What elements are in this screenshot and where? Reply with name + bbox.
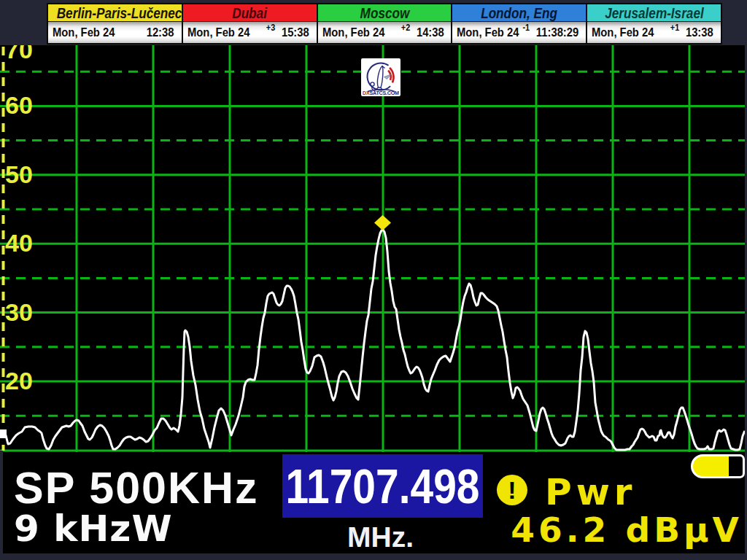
clock-time-group: +113:38 <box>670 22 713 44</box>
clock-city-label: Jerusalem-Israel <box>587 4 721 22</box>
clock-time-group: -111:38:29 <box>522 22 578 44</box>
analyzer-screen: 706050403020 SP 500KHz 9 kHzW 11707.498 … <box>0 45 745 553</box>
clock-cell-1[interactable]: Berlin-Paris-LučenecMon, Feb 2412:38 <box>48 4 183 43</box>
power-value: 46.2 dBµV <box>511 510 743 550</box>
bandwidth-readout: 9 kHzW <box>14 508 173 550</box>
clock-city-text: Berlin-Paris-Lučenec <box>57 4 182 22</box>
clock-city-label: Dubai <box>183 4 317 22</box>
clock-time-group: +315:38 <box>266 22 309 44</box>
logo-text-dx: DX <box>363 90 370 96</box>
trace-start-marker <box>0 429 7 438</box>
world-clock-bar: Berlin-Paris-LučenecMon, Feb 2412:38Duba… <box>47 3 722 44</box>
clock-utc-offset: +3 <box>266 23 275 33</box>
clock-time-group: +214:38 <box>400 22 444 44</box>
span-readout: SP 500KHz <box>14 462 259 513</box>
y-axis-label: 40 <box>5 229 33 257</box>
clock-city-label: London, Eng <box>452 4 586 22</box>
peak-marker-diamond[interactable] <box>374 215 391 230</box>
clock-date: Mon, Feb 24 <box>187 22 249 44</box>
clock-datetime: Mon, Feb 24+113:38 <box>587 22 721 43</box>
clock-date: Mon, Feb 24 <box>592 22 654 44</box>
clock-city-text: London, Eng <box>481 4 557 22</box>
clock-utc-offset: +2 <box>400 23 409 33</box>
frequency-unit-label: MHz. <box>280 521 481 553</box>
power-toggle-indicator[interactable] <box>691 454 745 478</box>
dxsatcs-logo: DXSATCS.COM <box>361 58 400 96</box>
y-axis-label: 30 <box>5 298 33 326</box>
clock-utc-offset: +1 <box>670 23 679 33</box>
clock-datetime: Mon, Feb 24+214:38 <box>318 22 452 43</box>
clock-date: Mon, Feb 24 <box>457 22 519 44</box>
panel-left-edge <box>0 451 3 553</box>
warning-icon: ! <box>497 475 527 505</box>
clock-date: Mon, Feb 24 <box>322 22 384 44</box>
frequency-value: 11707.498 <box>285 458 479 514</box>
clock-cell-4[interactable]: London, EngMon, Feb 24-111:38:29 <box>452 4 587 43</box>
clock-city-text: Jerusalem-Israel <box>605 4 703 22</box>
y-axis-label: 70 <box>5 45 33 63</box>
clock-cell-2[interactable]: DubaiMon, Feb 24+315:38 <box>183 4 318 43</box>
y-axis-label: 50 <box>5 160 33 188</box>
spectrum-plot: 706050403020 <box>0 45 745 454</box>
clock-city-label: Berlin-Paris-Lučenec <box>48 4 182 22</box>
clock-time: 12:38 <box>147 26 174 40</box>
y-axis-label: 60 <box>5 91 33 119</box>
clock-datetime: Mon, Feb 2412:38 <box>48 22 182 43</box>
clock-datetime: Mon, Feb 24-111:38:29 <box>452 22 586 43</box>
clock-cell-3[interactable]: MoscowMon, Feb 24+214:38 <box>318 4 453 43</box>
clock-utc-offset: -1 <box>522 23 530 33</box>
frequency-display-box[interactable]: 11707.498 <box>282 454 483 518</box>
page: { "palette": { "page_background": "#2426… <box>0 0 747 560</box>
clock-time-group: 12:38 <box>147 22 174 44</box>
warning-glyph: ! <box>508 476 516 505</box>
clock-city-text: Dubai <box>232 4 267 22</box>
clock-time: 14:38 <box>417 26 444 40</box>
svg-text:DXSATCS.COM: DXSATCS.COM <box>363 90 399 96</box>
clock-city-text: Moscow <box>360 4 409 22</box>
clock-date: Mon, Feb 24 <box>53 22 115 44</box>
power-label: Pwr <box>545 471 637 513</box>
clock-time: 11:38:29 <box>536 26 578 40</box>
y-axis-label: 20 <box>5 367 33 394</box>
clock-time: 13:38 <box>686 26 713 40</box>
clock-city-label: Moscow <box>318 4 452 22</box>
clock-cell-5[interactable]: Jerusalem-IsraelMon, Feb 24+113:38 <box>587 4 721 43</box>
dxsatcs-logo-graphic: DXSATCS.COM <box>361 58 400 96</box>
logo-text-rest: SATCS.COM <box>369 90 399 96</box>
clock-datetime: Mon, Feb 24+315:38 <box>183 22 317 43</box>
clock-time: 15:38 <box>282 26 309 40</box>
